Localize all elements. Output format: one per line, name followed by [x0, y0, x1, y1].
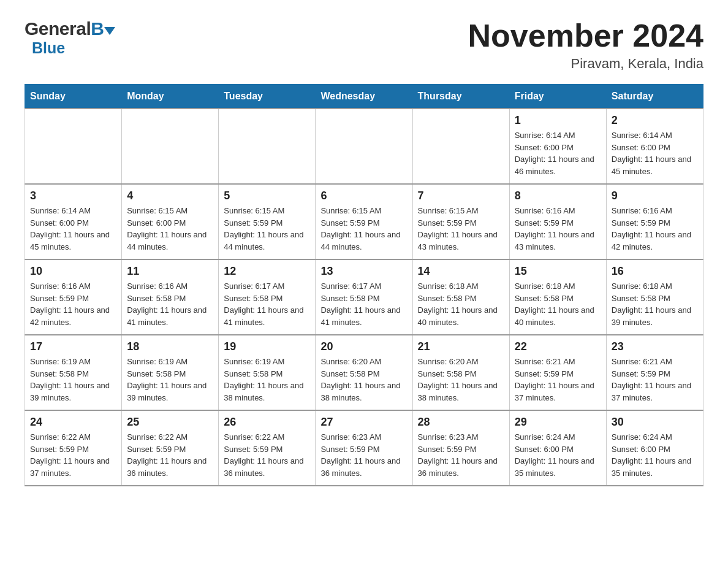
day-number: 3 — [30, 190, 116, 202]
col-sunday: Sunday — [25, 85, 122, 109]
day-number: 11 — [127, 265, 213, 278]
day-number: 26 — [224, 416, 310, 429]
day-number: 25 — [127, 416, 213, 429]
col-thursday: Thursday — [412, 85, 509, 109]
day-info: Sunrise: 6:16 AM Sunset: 5:58 PM Dayligh… — [127, 280, 213, 328]
calendar-day-cell — [316, 109, 412, 184]
day-number: 27 — [320, 416, 407, 429]
day-info: Sunrise: 6:14 AM Sunset: 6:00 PM Dayligh… — [612, 129, 698, 177]
day-info: Sunrise: 6:14 AM Sunset: 6:00 PM Dayligh… — [30, 205, 116, 253]
calendar-day-cell: 19Sunrise: 6:19 AM Sunset: 5:58 PM Dayli… — [219, 335, 316, 410]
calendar-week-row: 1Sunrise: 6:14 AM Sunset: 6:00 PM Daylig… — [25, 109, 703, 184]
day-info: Sunrise: 6:15 AM Sunset: 6:00 PM Dayligh… — [127, 205, 213, 253]
day-info: Sunrise: 6:23 AM Sunset: 5:59 PM Dayligh… — [320, 431, 407, 479]
calendar-day-cell: 23Sunrise: 6:21 AM Sunset: 5:59 PM Dayli… — [606, 335, 703, 410]
day-number: 14 — [418, 265, 504, 278]
day-number: 8 — [515, 190, 601, 202]
calendar-day-cell: 25Sunrise: 6:22 AM Sunset: 5:59 PM Dayli… — [122, 410, 219, 486]
calendar-day-cell: 29Sunrise: 6:24 AM Sunset: 6:00 PM Dayli… — [509, 410, 606, 486]
day-number: 13 — [320, 265, 407, 278]
day-number: 20 — [320, 340, 407, 353]
page-header: GeneralB Blue November 2024 Piravam, Ker… — [25, 18, 703, 72]
col-friday: Friday — [509, 85, 606, 109]
day-info: Sunrise: 6:24 AM Sunset: 6:00 PM Dayligh… — [515, 431, 601, 479]
day-info: Sunrise: 6:19 AM Sunset: 5:58 PM Dayligh… — [127, 356, 213, 404]
calendar-day-cell: 16Sunrise: 6:18 AM Sunset: 5:58 PM Dayli… — [606, 259, 703, 335]
day-info: Sunrise: 6:20 AM Sunset: 5:58 PM Dayligh… — [320, 356, 407, 404]
day-info: Sunrise: 6:16 AM Sunset: 5:59 PM Dayligh… — [30, 280, 116, 328]
calendar-day-cell — [412, 109, 509, 184]
calendar-day-cell: 1Sunrise: 6:14 AM Sunset: 6:00 PM Daylig… — [509, 109, 606, 184]
day-number: 1 — [515, 114, 601, 127]
day-number: 23 — [612, 340, 698, 353]
day-info: Sunrise: 6:18 AM Sunset: 5:58 PM Dayligh… — [612, 280, 698, 328]
day-info: Sunrise: 6:15 AM Sunset: 5:59 PM Dayligh… — [418, 205, 504, 253]
col-wednesday: Wednesday — [316, 85, 412, 109]
calendar-day-cell: 14Sunrise: 6:18 AM Sunset: 5:58 PM Dayli… — [412, 259, 509, 335]
calendar-day-cell: 12Sunrise: 6:17 AM Sunset: 5:58 PM Dayli… — [219, 259, 316, 335]
calendar-day-cell: 4Sunrise: 6:15 AM Sunset: 6:00 PM Daylig… — [122, 184, 219, 259]
calendar-day-cell: 30Sunrise: 6:24 AM Sunset: 6:00 PM Dayli… — [606, 410, 703, 486]
day-number: 28 — [418, 416, 504, 429]
day-info: Sunrise: 6:15 AM Sunset: 5:59 PM Dayligh… — [224, 205, 310, 253]
title-area: November 2024 Piravam, Kerala, India — [468, 18, 703, 72]
calendar-day-cell: 28Sunrise: 6:23 AM Sunset: 5:59 PM Dayli… — [412, 410, 509, 486]
col-saturday: Saturday — [606, 85, 703, 109]
day-number: 17 — [30, 340, 116, 353]
logo-general-text: GeneralB — [25, 18, 104, 39]
calendar-week-row: 17Sunrise: 6:19 AM Sunset: 5:58 PM Dayli… — [25, 335, 703, 410]
month-title: November 2024 — [468, 18, 703, 53]
day-info: Sunrise: 6:17 AM Sunset: 5:58 PM Dayligh… — [224, 280, 310, 328]
day-info: Sunrise: 6:16 AM Sunset: 5:59 PM Dayligh… — [612, 205, 698, 253]
day-number: 10 — [30, 265, 116, 278]
logo-blue-text: Blue — [32, 39, 65, 56]
day-info: Sunrise: 6:15 AM Sunset: 5:59 PM Dayligh… — [320, 205, 407, 253]
calendar-day-cell: 24Sunrise: 6:22 AM Sunset: 5:59 PM Dayli… — [25, 410, 122, 486]
day-info: Sunrise: 6:16 AM Sunset: 5:59 PM Dayligh… — [515, 205, 601, 253]
day-info: Sunrise: 6:22 AM Sunset: 5:59 PM Dayligh… — [224, 431, 310, 479]
calendar-day-cell: 17Sunrise: 6:19 AM Sunset: 5:58 PM Dayli… — [25, 335, 122, 410]
calendar-day-cell: 7Sunrise: 6:15 AM Sunset: 5:59 PM Daylig… — [412, 184, 509, 259]
calendar-day-cell: 27Sunrise: 6:23 AM Sunset: 5:59 PM Dayli… — [316, 410, 412, 486]
calendar-day-cell: 26Sunrise: 6:22 AM Sunset: 5:59 PM Dayli… — [219, 410, 316, 486]
calendar-header-row: Sunday Monday Tuesday Wednesday Thursday… — [25, 85, 703, 109]
day-info: Sunrise: 6:14 AM Sunset: 6:00 PM Dayligh… — [515, 129, 601, 177]
day-number: 22 — [515, 340, 601, 353]
day-number: 4 — [127, 190, 213, 202]
calendar-day-cell: 18Sunrise: 6:19 AM Sunset: 5:58 PM Dayli… — [122, 335, 219, 410]
day-info: Sunrise: 6:21 AM Sunset: 5:59 PM Dayligh… — [515, 356, 601, 404]
calendar-day-cell — [122, 109, 219, 184]
day-info: Sunrise: 6:17 AM Sunset: 5:58 PM Dayligh… — [320, 280, 407, 328]
day-info: Sunrise: 6:19 AM Sunset: 5:58 PM Dayligh… — [30, 356, 116, 404]
day-number: 24 — [30, 416, 116, 429]
day-number: 18 — [127, 340, 213, 353]
day-info: Sunrise: 6:24 AM Sunset: 6:00 PM Dayligh… — [612, 431, 698, 479]
location-text: Piravam, Kerala, India — [468, 56, 703, 72]
calendar-week-row: 24Sunrise: 6:22 AM Sunset: 5:59 PM Dayli… — [25, 410, 703, 486]
calendar-day-cell: 20Sunrise: 6:20 AM Sunset: 5:58 PM Dayli… — [316, 335, 412, 410]
calendar-day-cell: 9Sunrise: 6:16 AM Sunset: 5:59 PM Daylig… — [606, 184, 703, 259]
day-number: 30 — [612, 416, 698, 429]
logo: GeneralB Blue — [25, 18, 115, 57]
day-number: 5 — [224, 190, 310, 202]
day-number: 12 — [224, 265, 310, 278]
calendar-day-cell: 6Sunrise: 6:15 AM Sunset: 5:59 PM Daylig… — [316, 184, 412, 259]
col-tuesday: Tuesday — [219, 85, 316, 109]
day-info: Sunrise: 6:19 AM Sunset: 5:58 PM Dayligh… — [224, 356, 310, 404]
calendar-day-cell: 10Sunrise: 6:16 AM Sunset: 5:59 PM Dayli… — [25, 259, 122, 335]
col-monday: Monday — [122, 85, 219, 109]
calendar-day-cell: 21Sunrise: 6:20 AM Sunset: 5:58 PM Dayli… — [412, 335, 509, 410]
calendar-day-cell: 5Sunrise: 6:15 AM Sunset: 5:59 PM Daylig… — [219, 184, 316, 259]
day-info: Sunrise: 6:23 AM Sunset: 5:59 PM Dayligh… — [418, 431, 504, 479]
calendar-table: Sunday Monday Tuesday Wednesday Thursday… — [25, 84, 703, 486]
day-info: Sunrise: 6:22 AM Sunset: 5:59 PM Dayligh… — [30, 431, 116, 479]
calendar-day-cell: 15Sunrise: 6:18 AM Sunset: 5:58 PM Dayli… — [509, 259, 606, 335]
calendar-day-cell: 11Sunrise: 6:16 AM Sunset: 5:58 PM Dayli… — [122, 259, 219, 335]
day-info: Sunrise: 6:18 AM Sunset: 5:58 PM Dayligh… — [515, 280, 601, 328]
calendar-day-cell — [219, 109, 316, 184]
calendar-day-cell: 2Sunrise: 6:14 AM Sunset: 6:00 PM Daylig… — [606, 109, 703, 184]
calendar-week-row: 3Sunrise: 6:14 AM Sunset: 6:00 PM Daylig… — [25, 184, 703, 259]
day-number: 9 — [612, 190, 698, 202]
day-info: Sunrise: 6:21 AM Sunset: 5:59 PM Dayligh… — [612, 356, 698, 404]
calendar-day-cell — [25, 109, 122, 184]
